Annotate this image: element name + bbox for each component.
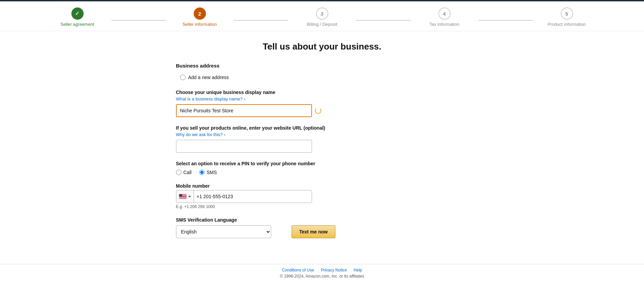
footer-links: Conditions of Use Privacy Notice Help (282, 268, 362, 272)
step-label-5: Product information (547, 22, 586, 27)
step-connector-3-4 (356, 20, 411, 21)
website-url-section: If you sell your products online, enter … (176, 125, 468, 153)
sms-lang-row: English Spanish French German Japanese C… (176, 225, 468, 238)
text-me-now-button[interactable]: Text me now (292, 225, 336, 238)
display-name-input[interactable] (176, 104, 312, 117)
add-new-address-radio[interactable] (180, 75, 186, 80)
phone-country-selector[interactable] (176, 190, 194, 203)
website-url-input[interactable] (176, 140, 312, 153)
step-label-4: Tax information (429, 22, 459, 27)
step-circle-3: 3 (316, 7, 328, 20)
step-seller-agreement: ✓ Seller agreement (43, 7, 111, 27)
main-content: Tell us about your business. Business ad… (169, 31, 475, 267)
step-billing-deposit: 3 Billing / Deposit (288, 7, 356, 27)
footer: Conditions of Use Privacy Notice Help © … (0, 264, 644, 282)
pin-call-radio[interactable] (176, 170, 181, 175)
footer-copyright: © 1996-2024, Amazon.com, Inc. or its aff… (280, 274, 364, 279)
phone-hint: E.g. +1 206 266 1000 (176, 204, 468, 209)
step-label-3: Billing / Deposit (307, 22, 337, 27)
add-new-address-option[interactable]: Add a new address (180, 75, 468, 80)
step-label-2: Seller information (182, 22, 217, 27)
add-new-address-label: Add a new address (188, 75, 229, 80)
step-connector-1-2 (111, 20, 166, 21)
pin-sms-option[interactable]: SMS (199, 170, 217, 175)
sms-language-label: SMS Verification Language (176, 217, 468, 223)
step-circle-4: 4 (438, 7, 451, 20)
website-url-help-link[interactable]: Why do we ask for this? › (176, 132, 468, 137)
display-name-label: Choose your unique business display name (176, 90, 468, 95)
sms-language-section: SMS Verification Language English Spanis… (176, 217, 468, 238)
pin-sms-label: SMS (207, 170, 217, 175)
footer-link-help[interactable]: Help (354, 268, 362, 272)
business-address-label: Business address (176, 63, 468, 69)
step-circle-2: 2 (194, 7, 206, 20)
progress-stepper: ✓ Seller agreement 2 Seller information … (0, 1, 644, 31)
loading-spinner (315, 107, 321, 114)
footer-link-privacy[interactable]: Privacy Notice (321, 268, 347, 272)
chevron-down-icon (188, 196, 191, 198)
phone-field (176, 190, 312, 203)
step-connector-2-3 (234, 20, 288, 21)
display-name-help-link[interactable]: What is a business display name? › (176, 96, 468, 101)
step-seller-information: 2 Seller information (166, 7, 234, 27)
step-product-information: 5 Product information (533, 7, 601, 27)
phone-number-input[interactable] (194, 190, 312, 203)
sms-language-select[interactable]: English Spanish French German Japanese C… (176, 225, 271, 238)
pin-options: Call SMS (176, 170, 468, 175)
pin-call-option[interactable]: Call (176, 170, 192, 175)
website-url-label: If you sell your products online, enter … (176, 125, 468, 131)
display-name-section: Choose your unique business display name… (176, 90, 468, 117)
step-circle-5: 5 (561, 7, 573, 20)
mobile-number-label: Mobile number (176, 183, 468, 189)
step-tax-information: 4 Tax information (411, 7, 478, 27)
step-label-1: Seller agreement (60, 22, 94, 27)
step-connector-4-5 (478, 20, 533, 21)
pin-call-label: Call (184, 170, 192, 175)
pin-sms-radio[interactable] (199, 170, 205, 175)
display-name-input-row (176, 104, 468, 117)
pin-verification-section: Select an option to receive a PIN to ver… (176, 161, 468, 175)
footer-link-conditions[interactable]: Conditions of Use (282, 268, 314, 272)
mobile-number-section: Mobile number E.g. +1 206 266 1000 (176, 183, 468, 209)
us-flag-icon (179, 194, 187, 199)
step-circle-1: ✓ (71, 7, 84, 20)
pin-label: Select an option to receive a PIN to ver… (176, 161, 468, 166)
business-address-section: Business address Add a new address (176, 63, 468, 80)
page-title: Tell us about your business. (176, 41, 468, 52)
